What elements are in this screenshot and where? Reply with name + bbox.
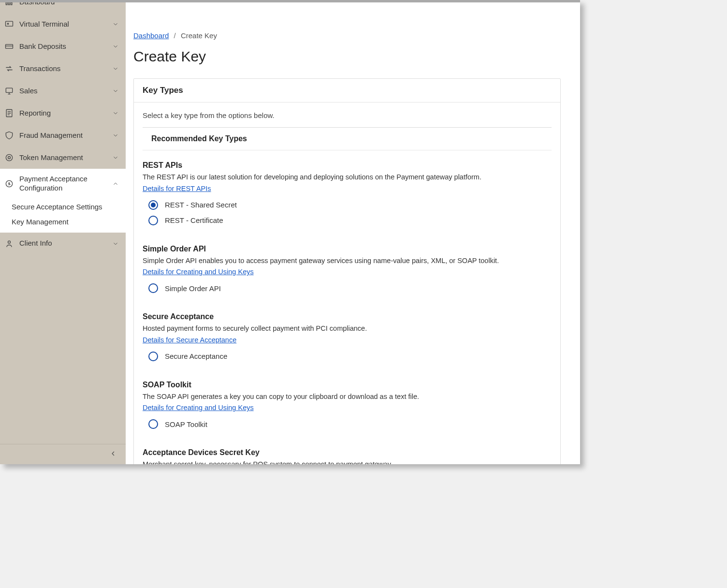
link-simple-details[interactable]: Details for Creating and Using Keys — [143, 268, 254, 276]
transactions-icon — [4, 63, 15, 74]
chevron-down-icon — [111, 42, 120, 51]
svg-point-8 — [8, 157, 11, 159]
svg-rect-1 — [8, 2, 10, 5]
instruction-text: Select a key type from the options below… — [143, 111, 552, 119]
radio-icon — [148, 283, 158, 293]
radio-label: REST - Shared Secret — [165, 201, 237, 209]
bank-icon — [4, 41, 15, 52]
sidebar-item-transactions[interactable]: Transactions — [0, 58, 126, 80]
link-rest-details[interactable]: Details for REST APIs — [143, 185, 211, 192]
chevron-up-icon — [111, 179, 120, 188]
group-title: Acceptance Devices Secret Key — [143, 448, 552, 457]
chevron-down-icon — [111, 109, 120, 118]
group-title: SOAP Toolkit — [143, 381, 552, 389]
sidebar-item-label: Payment Acceptance Configuration — [19, 175, 106, 193]
group-acceptance-devices: Acceptance Devices Secret Key Merchant s… — [143, 448, 552, 464]
sidebar-item-payment-acceptance-config[interactable]: $ Payment Acceptance Configuration — [0, 169, 126, 199]
panel-header: Key Types — [134, 79, 560, 103]
sidebar-item-label: Token Management — [19, 153, 106, 162]
group-secure-acceptance: Secure Acceptance Hosted payment forms t… — [143, 312, 552, 364]
group-simple-order-api: Simple Order API Simple Order API enable… — [143, 245, 552, 296]
radio-label: Secure Acceptance — [165, 352, 227, 360]
svg-rect-5 — [6, 88, 12, 92]
sales-icon — [4, 86, 15, 96]
group-title: Secure Acceptance — [143, 312, 552, 321]
chevron-left-icon — [109, 450, 117, 459]
sidebar-subitem-label: Secure Acceptance Settings — [12, 203, 102, 211]
group-desc: The REST API is our latest solution for … — [143, 173, 552, 182]
sidebar-list: Dashboard Virtual Terminal Bank Deposits — [0, 2, 126, 444]
link-secure-details[interactable]: Details for Secure Acceptance — [143, 336, 236, 344]
radio-secure-acceptance[interactable]: Secure Acceptance — [143, 349, 552, 364]
sidebar-item-label: Reporting — [19, 109, 106, 118]
group-title: Simple Order API — [143, 245, 552, 253]
chevron-down-icon — [111, 131, 120, 140]
sidebar-item-sales[interactable]: Sales — [0, 80, 126, 102]
sidebar-item-virtual-terminal[interactable]: Virtual Terminal — [0, 13, 126, 35]
sidebar-item-dashboard[interactable]: Dashboard — [0, 2, 126, 13]
svg-text:$: $ — [8, 182, 10, 186]
group-soap-toolkit: SOAP Toolkit The SOAP API generates a ke… — [143, 381, 552, 432]
reporting-icon — [4, 108, 15, 118]
user-icon — [4, 238, 15, 249]
svg-rect-0 — [6, 2, 7, 5]
sidebar-item-fraud-management[interactable]: Fraud Management — [0, 124, 126, 147]
radio-rest-shared-secret[interactable]: REST - Shared Secret — [143, 197, 552, 213]
breadcrumb-current: Create Key — [181, 31, 217, 40]
panel-body: Select a key type from the options below… — [134, 103, 560, 464]
radio-icon — [148, 200, 158, 210]
chevron-down-icon — [111, 20, 120, 29]
svg-rect-4 — [6, 44, 13, 48]
group-title: REST APIs — [143, 161, 552, 170]
chevron-down-icon — [111, 153, 120, 162]
chevron-down-icon — [111, 87, 120, 95]
radio-soap-toolkit[interactable]: SOAP Toolkit — [143, 416, 552, 432]
sidebar-item-label: Virtual Terminal — [19, 20, 106, 29]
chevron-down-icon — [111, 239, 120, 248]
breadcrumb-separator: / — [174, 31, 176, 40]
group-desc: Simple Order API enables you to access p… — [143, 256, 552, 266]
svg-rect-2 — [11, 2, 12, 5]
chevron-down-icon — [111, 64, 120, 73]
sidebar-item-client-info[interactable]: Client Info — [0, 233, 126, 255]
sidebar-item-token-management[interactable]: Token Management — [0, 147, 126, 169]
terminal-icon — [4, 19, 15, 29]
sidebar-item-bank-deposits[interactable]: Bank Deposits — [0, 35, 126, 58]
breadcrumb: Dashboard / Create Key — [133, 31, 561, 40]
main-content: Dashboard / Create Key Create Key Key Ty… — [126, 2, 580, 464]
dashboard-icon — [4, 2, 15, 7]
key-types-panel: Key Types Select a key type from the opt… — [133, 78, 561, 464]
config-icon: $ — [4, 178, 15, 189]
radio-label: REST - Certificate — [165, 216, 223, 224]
sidebar-item-reporting[interactable]: Reporting — [0, 102, 126, 124]
group-desc: Hosted payment forms to securely collect… — [143, 324, 552, 334]
sidebar-collapse-bar[interactable] — [0, 444, 126, 464]
radio-label: Simple Order API — [165, 284, 221, 293]
group-rest-apis: REST APIs The REST API is our latest sol… — [143, 161, 552, 228]
shield-icon — [4, 130, 15, 141]
svg-point-11 — [8, 241, 11, 243]
sidebar: Dashboard Virtual Terminal Bank Deposits — [0, 2, 126, 464]
page-title: Create Key — [133, 48, 561, 65]
recommended-heading: Recommended Key Types — [143, 127, 552, 150]
radio-simple-order-api[interactable]: Simple Order API — [143, 280, 552, 296]
radio-icon — [148, 216, 158, 225]
radio-icon — [148, 419, 158, 429]
radio-rest-certificate[interactable]: REST - Certificate — [143, 213, 552, 228]
sidebar-item-label: Bank Deposits — [19, 42, 106, 51]
sidebar-subitem-label: Key Management — [12, 218, 69, 226]
radio-label: SOAP Toolkit — [165, 420, 207, 428]
radio-icon — [148, 352, 158, 361]
sidebar-section-payment-config: $ Payment Acceptance Configuration Secur… — [0, 169, 126, 233]
app-window: Dashboard Virtual Terminal Bank Deposits — [0, 0, 580, 464]
breadcrumb-root-link[interactable]: Dashboard — [133, 31, 169, 40]
sidebar-item-label: Dashboard — [19, 2, 120, 6]
link-soap-details[interactable]: Details for Creating and Using Keys — [143, 404, 254, 412]
sidebar-item-label: Sales — [19, 87, 106, 96]
sidebar-subitem-key-management[interactable]: Key Management — [0, 215, 126, 233]
svg-rect-3 — [6, 21, 13, 26]
token-icon — [4, 152, 15, 163]
sidebar-item-label: Client Info — [19, 239, 106, 248]
sidebar-item-label: Fraud Management — [19, 131, 106, 140]
sidebar-subitem-secure-acceptance-settings[interactable]: Secure Acceptance Settings — [0, 199, 126, 215]
